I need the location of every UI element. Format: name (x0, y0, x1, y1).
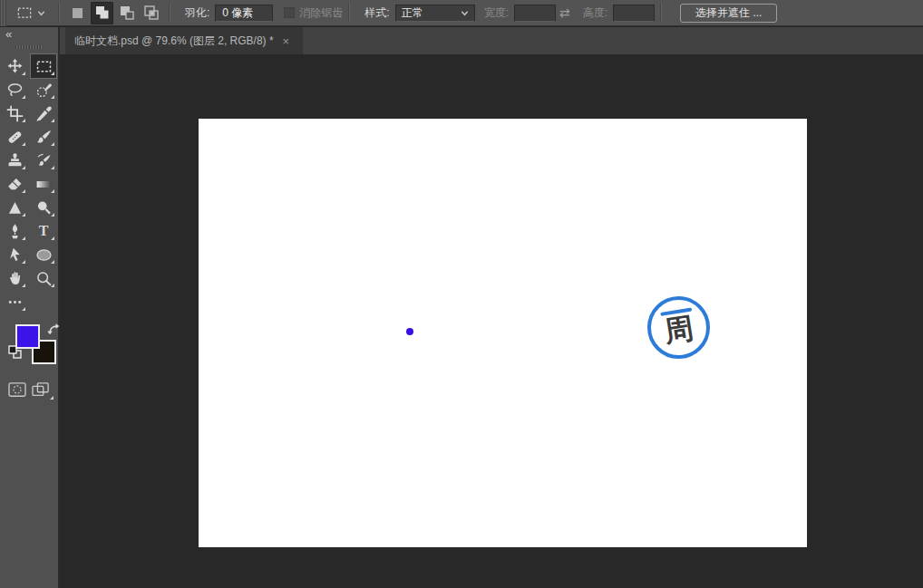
dodge-tool[interactable] (31, 196, 56, 219)
intersect-selection-icon (141, 3, 161, 23)
logo-circle: 周 (647, 296, 710, 359)
antialias-label: 消除锯齿 (299, 5, 343, 21)
chevron-down-icon (461, 9, 469, 17)
tool-preset-picker[interactable] (6, 0, 53, 26)
document-tab-bar: 临时文档.psd @ 79.6% (图层 2, RGB/8) * × (60, 27, 923, 54)
quick-mask-button[interactable] (6, 381, 28, 399)
tools-grid: T (0, 54, 58, 313)
brush-tool[interactable] (31, 125, 56, 149)
logo-content: 周 (660, 308, 697, 348)
width-input[interactable] (514, 5, 556, 22)
toolbar-bottom-buttons (0, 373, 58, 399)
new-selection-icon (68, 3, 88, 23)
shape-tool[interactable] (31, 243, 56, 266)
height-label: 高度: (583, 5, 607, 21)
blur-tool[interactable] (2, 196, 27, 219)
tab-close-icon[interactable]: × (283, 35, 290, 47)
height-input[interactable] (613, 5, 655, 22)
rectangular-marquee-icon (15, 4, 34, 22)
swap-dimensions-icon[interactable]: ⇄ (559, 5, 570, 20)
eyedropper-tool[interactable] (31, 101, 56, 125)
separator (660, 3, 662, 23)
intersect-selection-button[interactable] (140, 2, 162, 24)
edit-toolbar-button[interactable] (2, 290, 27, 313)
eraser-tool[interactable] (2, 172, 27, 196)
workspace[interactable]: 周 (62, 54, 923, 588)
separator (169, 3, 170, 23)
chevron-down-icon (37, 9, 45, 17)
tools-panel: « (0, 27, 60, 588)
antialias-checkbox[interactable] (284, 7, 295, 18)
collapse-panel-icon[interactable]: « (0, 27, 58, 42)
style-value: 正常 (402, 5, 423, 21)
swap-colors-icon[interactable] (47, 323, 60, 335)
type-tool[interactable]: T (31, 219, 56, 243)
document-tab-title: 临时文档.psd @ 79.6% (图层 2, RGB/8) * (74, 34, 274, 49)
move-tool[interactable] (2, 54, 27, 78)
separator (58, 3, 60, 23)
subtract-from-selection-button[interactable] (115, 2, 138, 24)
options-bar: 羽化: 0 像素 消除锯齿 样式: 正常 宽度: ⇄ 高度: 选择并遮住 ... (0, 0, 923, 26)
separator (348, 3, 350, 23)
type-tool-glyph: T (39, 223, 49, 239)
tools-panel-grip[interactable] (15, 45, 43, 49)
clone-stamp-tool[interactable] (2, 149, 27, 172)
select-and-mask-button[interactable]: 选择并遮住 ... (680, 4, 777, 23)
path-selection-tool[interactable] (2, 243, 27, 266)
screen-mode-icon (31, 381, 51, 398)
options-bar-grip[interactable] (0, 0, 6, 26)
feather-label: 羽化: (185, 5, 209, 21)
history-brush-tool[interactable] (31, 149, 56, 172)
screen-mode-button[interactable] (30, 381, 52, 399)
spot-healing-brush-tool[interactable] (2, 125, 27, 149)
antialias-group: 消除锯齿 (273, 5, 343, 21)
add-to-selection-button[interactable] (91, 2, 113, 24)
paint-dot (406, 328, 413, 335)
gradient-tool[interactable] (31, 172, 56, 196)
new-selection-button[interactable] (66, 2, 89, 24)
style-dropdown[interactable]: 正常 (395, 5, 475, 22)
pen-tool[interactable] (2, 219, 27, 243)
lasso-tool[interactable] (2, 78, 27, 101)
document-tab[interactable]: 临时文档.psd @ 79.6% (图层 2, RGB/8) * × (65, 27, 303, 54)
foreground-color-swatch[interactable] (15, 324, 40, 349)
feather-input[interactable]: 0 像素 (215, 5, 273, 22)
rectangular-marquee-tool[interactable] (31, 54, 56, 78)
subtract-from-selection-icon (117, 3, 137, 23)
zoom-tool[interactable] (31, 266, 56, 290)
width-label: 宽度: (484, 5, 509, 21)
crop-tool[interactable] (2, 101, 27, 125)
logo-character: 周 (662, 313, 695, 348)
add-to-selection-icon (92, 3, 112, 23)
color-controls (5, 323, 62, 370)
hand-tool[interactable] (2, 266, 27, 290)
quick-mask-icon (7, 381, 27, 398)
document-canvas[interactable]: 周 (199, 119, 807, 547)
quick-selection-tool[interactable] (31, 78, 56, 101)
style-label: 样式: (364, 5, 389, 21)
